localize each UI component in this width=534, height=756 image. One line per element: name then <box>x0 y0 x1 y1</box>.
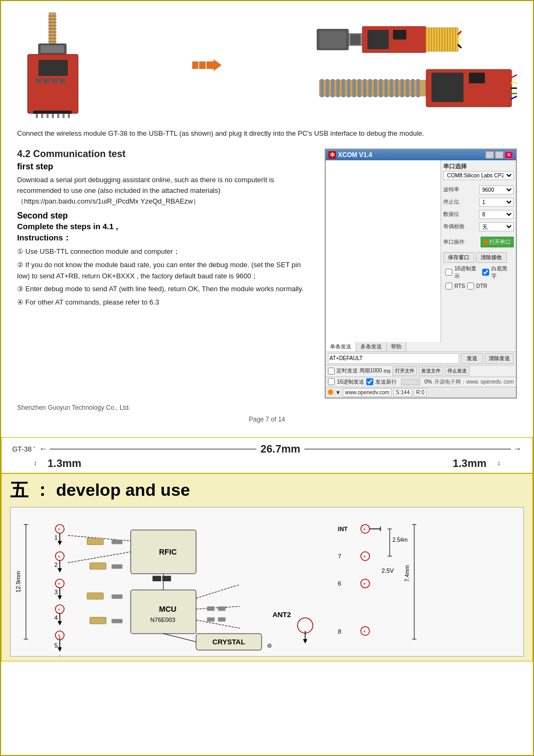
svg-text:7: 7 <box>338 553 341 559</box>
right-images <box>314 18 517 112</box>
xcom-open-file-btn[interactable]: 打开文件 <box>392 367 417 376</box>
xcom-data-select[interactable]: 8 <box>479 210 514 219</box>
xcom-main-display <box>326 160 441 342</box>
svg-text:ANT2: ANT2 <box>272 611 291 619</box>
xcom-tab-multi[interactable]: 多条发送 <box>356 342 387 352</box>
svg-rect-169 <box>218 617 225 621</box>
svg-text:8: 8 <box>338 628 341 635</box>
xcom-parity-row: 奇偶校验 无 <box>443 222 514 231</box>
complete-steps-label: Complete the steps in 4.1 , <box>17 222 315 231</box>
gt38-dim-row: GT-38 ' ← 26.7mm → <box>12 443 522 455</box>
xcom-tab-single[interactable]: 单条发送 <box>326 342 356 352</box>
svg-rect-62 <box>358 79 361 97</box>
xcom-newline-checkbox[interactable] <box>366 378 373 385</box>
svg-rect-22 <box>52 114 54 118</box>
xcom-send-file-btn[interactable]: 发送文件 <box>419 367 443 376</box>
svg-rect-128 <box>90 563 106 569</box>
svg-rect-76 <box>469 73 485 83</box>
xcom-clear-recv-btn[interactable]: 清除接收 <box>476 252 507 263</box>
first-step-label: first step <box>17 162 315 172</box>
svg-rect-60 <box>347 79 350 97</box>
svg-text:+: + <box>363 629 366 634</box>
svg-marker-141 <box>303 639 307 643</box>
svg-rect-16 <box>52 79 57 83</box>
xcom-hex-checkbox[interactable] <box>445 269 452 276</box>
xcom-stop-send-btn[interactable]: 停止发送 <box>445 367 469 376</box>
chip-diagram-svg: 12.9mm 1 + 2 + 3 <box>11 508 523 656</box>
svg-rect-67 <box>384 79 388 97</box>
xcom-sidebar: 串口选择 COM8:Silicon Labs CP2 波特率 9600 停止位 <box>441 160 516 342</box>
xcom-clear-send-btn[interactable]: 清除发送 <box>485 353 514 364</box>
xcom-hex-label: 16进制显示 <box>454 265 480 280</box>
connect-description: Connect the wireless module GT-38 to the… <box>17 128 517 139</box>
svg-text:+: + <box>363 554 366 559</box>
xcom-port-section: 串口选择 COM8:Silicon Labs CP2 <box>443 162 514 182</box>
svg-text:1: 1 <box>54 534 58 541</box>
gt38-label: GT-38 ' <box>12 445 35 453</box>
svg-rect-61 <box>352 79 356 97</box>
xcom-timed-send-checkbox[interactable] <box>328 368 335 375</box>
svg-rect-63 <box>363 79 366 97</box>
svg-text:2.54m: 2.54m <box>392 537 407 543</box>
dimension-section: GT-38 ' ← 26.7mm → ↕ 1.3mm 1.3mm ↕ <box>1 437 533 473</box>
svg-rect-15 <box>44 79 49 83</box>
svg-rect-54 <box>319 80 426 96</box>
xcom-rts-checkbox[interactable] <box>445 283 452 290</box>
xcom-parity-select[interactable]: 无 <box>479 222 514 231</box>
xcom-status-indicator-bottom <box>328 389 333 395</box>
xcom-body: 串口选择 COM8:Silicon Labs CP2 波特率 9600 停止位 <box>326 160 516 342</box>
antenna-module-image <box>17 12 103 119</box>
right-pins: INT + 7 + 6 + 8 + <box>338 524 381 635</box>
xcom-baud-row: 波特率 9600 <box>443 185 514 194</box>
xcom-data-label: 数据位 <box>443 211 459 218</box>
xcom-stop-label: 停止位 <box>443 198 459 206</box>
svg-rect-11 <box>41 45 64 53</box>
dim2-value: 1.3mm <box>48 457 81 470</box>
xcom-tab-help[interactable]: 帮助 <box>387 342 406 352</box>
svg-text:7.4mm: 7.4mm <box>404 565 410 581</box>
svg-line-126 <box>196 620 240 628</box>
svg-rect-58 <box>336 79 340 97</box>
xcom-send-input[interactable] <box>328 353 459 364</box>
svg-marker-93 <box>58 568 62 572</box>
instructions-list: ① Use USB-TTL connection module and comp… <box>17 246 315 308</box>
xcom-hex-send-checkbox[interactable] <box>328 378 335 385</box>
svg-marker-103 <box>58 621 62 625</box>
xcom-save-btn[interactable]: 保存窗口 <box>443 252 474 263</box>
svg-rect-59 <box>342 79 345 97</box>
dim3-value: 1.3mm <box>453 457 486 470</box>
xcom-stop-select[interactable]: 1 <box>479 198 514 207</box>
xcom-dtr-label: DTR <box>476 283 488 289</box>
svg-rect-134 <box>112 619 122 623</box>
svg-text:3: 3 <box>54 589 58 595</box>
svg-line-77 <box>512 75 517 77</box>
svg-line-51 <box>458 32 461 34</box>
xcom-white-black-checkbox[interactable] <box>482 269 489 276</box>
svg-line-125 <box>196 606 240 609</box>
chip-diagram: 12.9mm 1 + 2 + 3 <box>10 507 524 657</box>
chinese-num: 五 <box>10 478 28 503</box>
svg-rect-56 <box>326 79 329 97</box>
xcom-restore-btn[interactable]: □ <box>495 151 504 159</box>
xcom-dtr-checkbox[interactable] <box>467 283 474 290</box>
dim-small-right-arrow: ↕ <box>497 459 500 467</box>
xcom-send-button[interactable]: 发送 <box>461 353 483 364</box>
svg-text:4: 4 <box>54 614 58 621</box>
xcom-baud-label: 波特率 <box>443 186 459 193</box>
svg-text:6: 6 <box>338 580 341 587</box>
svg-line-137 <box>163 634 196 642</box>
svg-rect-168 <box>207 617 215 621</box>
svg-rect-167 <box>218 606 225 610</box>
xcom-open-btn-label: 打开串口 <box>489 238 511 246</box>
svg-rect-70 <box>400 79 404 97</box>
xcom-open-port-btn[interactable]: 打开串口 <box>481 237 514 247</box>
xcom-port-select[interactable]: COM8:Silicon Labs CP2 <box>443 171 514 180</box>
xcom-minimize-btn[interactable]: ─ <box>485 151 494 159</box>
xcom-baud-select[interactable]: 9600 <box>479 185 514 194</box>
xcom-input-row: 发送 清除发送 <box>326 352 516 365</box>
svg-text:2: 2 <box>54 562 58 568</box>
svg-text:CRYSTAL: CRYSTAL <box>213 638 245 646</box>
xcom-close-btn[interactable]: ✕ <box>505 151 513 159</box>
develop-colon: ： <box>34 479 51 502</box>
svg-marker-88 <box>58 541 62 545</box>
